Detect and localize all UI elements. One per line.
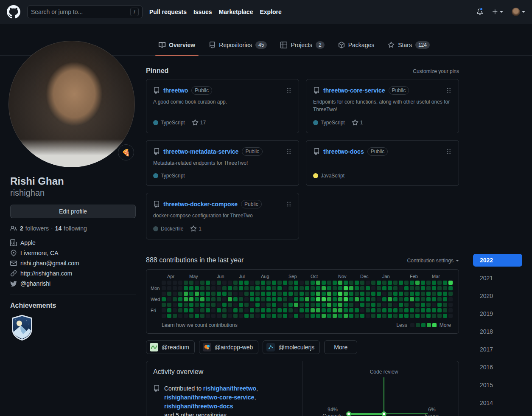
contribution-cell[interactable] [432,292,436,296]
contribution-cell[interactable] [233,297,238,301]
contribution-cell[interactable] [322,297,326,301]
contribution-cell[interactable] [288,292,293,296]
contribution-cell[interactable] [371,297,375,301]
customize-pins-link[interactable]: Customize your pins [413,68,459,74]
contribution-cell[interactable] [399,308,403,312]
contribution-cell[interactable] [443,281,447,285]
contribution-cell[interactable] [360,281,364,285]
contribution-cell[interactable] [377,297,381,301]
contribution-cell[interactable] [239,286,243,290]
contribution-cell[interactable] [239,281,243,285]
contribution-cell[interactable] [162,308,166,312]
contribution-cell[interactable] [366,308,370,312]
tab-projects[interactable]: Projects2 [274,35,331,55]
contribution-cell[interactable] [311,303,315,307]
contribution-cell[interactable] [266,314,271,318]
contribution-cell[interactable] [288,286,293,290]
contribution-cell[interactable] [211,281,216,285]
contribution-cell[interactable] [283,292,287,296]
contribution-cell[interactable] [272,303,276,307]
contribution-cell[interactable] [415,314,420,318]
contribution-cell[interactable] [250,286,254,290]
contribution-cell[interactable] [410,292,414,296]
contribution-cell[interactable] [316,303,320,307]
contribution-cell[interactable] [189,292,193,296]
tab-overview[interactable]: Overview [152,35,202,55]
contribution-cell[interactable] [173,292,177,296]
contribution-cell[interactable] [272,292,276,296]
contribution-cell[interactable] [255,286,260,290]
contribution-cell[interactable] [437,303,442,307]
contribution-cell[interactable] [355,281,359,285]
contribution-cell[interactable] [443,314,447,318]
contribution-cell[interactable] [178,292,182,296]
contribution-cell[interactable] [288,303,293,307]
contribution-cell[interactable] [217,281,221,285]
contribution-cell[interactable] [162,281,166,285]
contribution-cell[interactable] [404,286,409,290]
contribution-cell[interactable] [178,303,182,307]
contribution-cell[interactable] [167,297,171,301]
contribution-cell[interactable] [349,292,353,296]
contribution-cell[interactable] [294,303,298,307]
contribution-cell[interactable] [184,292,188,296]
contribution-cell[interactable] [393,286,398,290]
contribution-cell[interactable] [349,314,353,318]
contribution-cell[interactable] [311,308,315,312]
org-button-moleculerjs[interactable]: @moleculerjs [263,340,320,354]
contribution-cell[interactable] [233,314,238,318]
contribution-cell[interactable] [222,292,227,296]
contribution-cell[interactable] [266,292,271,296]
contribution-cell[interactable] [448,314,453,318]
contribution-cell[interactable] [410,314,414,318]
contribution-cell[interactable] [404,303,409,307]
contribution-cell[interactable] [410,281,414,285]
repo-link[interactable]: threetwo-docs [323,148,364,155]
contribution-cell[interactable] [382,297,386,301]
contribution-cell[interactable] [300,297,304,301]
orgs-more-button[interactable]: More [324,340,357,354]
repo-stars[interactable]: 1 [190,225,202,232]
contribution-cell[interactable] [206,292,210,296]
contribution-cell[interactable] [206,308,210,312]
contribution-cell[interactable] [448,297,453,301]
contribution-cell[interactable] [228,281,232,285]
contribution-cell[interactable] [316,292,320,296]
contribution-cell[interactable] [272,314,276,318]
contribution-cell[interactable] [355,292,359,296]
year-2015[interactable]: 2015 [473,379,522,391]
contribution-cell[interactable] [355,314,359,318]
contribution-cell[interactable] [173,308,177,312]
contribution-cell[interactable] [189,314,193,318]
contribution-cell[interactable] [382,281,386,285]
contribution-cell[interactable] [244,292,249,296]
contribution-cell[interactable] [404,292,409,296]
contribution-cell[interactable] [305,303,309,307]
contribution-cell[interactable] [311,297,315,301]
contribution-cell[interactable] [217,292,221,296]
contribution-cell[interactable] [184,303,188,307]
contribution-cell[interactable] [167,292,171,296]
contribution-cell[interactable] [421,297,425,301]
contribution-cell[interactable] [404,314,409,318]
contribution-cell[interactable] [349,303,353,307]
contribution-cell[interactable] [261,292,265,296]
contribution-cell[interactable] [322,308,326,312]
contribution-cell[interactable] [322,281,326,285]
contribution-cell[interactable] [300,314,304,318]
year-2019[interactable]: 2019 [473,307,522,320]
contribution-cell[interactable] [421,308,425,312]
contribution-cell[interactable] [377,281,381,285]
contribution-cell[interactable] [239,314,243,318]
arctic-code-vault-badge[interactable] [10,315,34,341]
contribution-cell[interactable] [443,303,447,307]
contribution-cell[interactable] [327,281,331,285]
contribution-cell[interactable] [305,297,309,301]
contribution-cell[interactable] [404,297,409,301]
contribution-cell[interactable] [316,286,320,290]
contribution-cell[interactable] [432,297,436,301]
contribution-cell[interactable] [371,286,375,290]
contribution-cell[interactable] [288,308,293,312]
contribution-cell[interactable] [173,314,177,318]
contribution-cell[interactable] [195,314,199,318]
